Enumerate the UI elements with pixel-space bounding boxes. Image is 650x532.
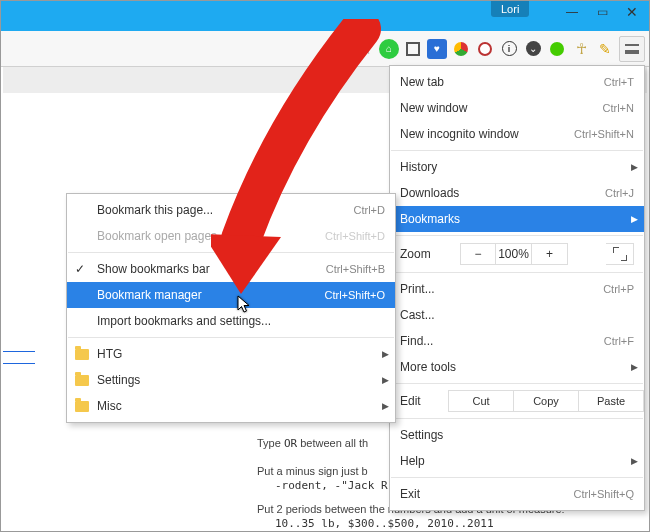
ankh-icon[interactable]: ☥ [571, 39, 591, 59]
main-menu: New tabCtrl+T New windowCtrl+N New incog… [389, 65, 645, 511]
info-icon[interactable]: i [499, 39, 519, 59]
zoom-in-button[interactable]: + [532, 243, 568, 265]
bookmark-star-icon[interactable]: ☆ [355, 39, 375, 59]
home-extension-icon[interactable]: ⌂ [379, 39, 399, 59]
extension-box-icon[interactable] [403, 39, 423, 59]
chrome-ball-icon[interactable] [451, 39, 471, 59]
window-titlebar: Lori — ▭ ✕ [1, 1, 649, 31]
submenu-folder-htg[interactable]: HTG ▶ [67, 341, 395, 367]
window-controls: — ▭ ✕ [557, 1, 647, 23]
submenu-arrow-icon: ▶ [382, 349, 389, 359]
submenu-item-bookmark-open-pages: Bookmark open pages... Ctrl+Shift+D [67, 223, 395, 249]
folder-icon [75, 401, 89, 412]
submenu-arrow-icon: ▶ [631, 456, 638, 466]
page-rule [3, 363, 35, 364]
page-rule [3, 351, 35, 352]
menu-separator [68, 252, 394, 253]
menu-item-new-window[interactable]: New windowCtrl+N [390, 95, 644, 121]
submenu-arrow-icon: ▶ [382, 401, 389, 411]
profile-badge[interactable]: Lori [491, 1, 529, 17]
submenu-item-import-bookmarks[interactable]: Import bookmarks and settings... [67, 308, 395, 334]
fullscreen-button[interactable] [606, 243, 634, 265]
menu-item-downloads[interactable]: DownloadsCtrl+J [390, 180, 644, 206]
edit-label: Edit [400, 394, 448, 408]
menu-item-new-tab[interactable]: New tabCtrl+T [390, 69, 644, 95]
menu-separator [391, 383, 643, 384]
menu-item-edit: Edit Cut Copy Paste [390, 387, 644, 415]
page-text: -rodent, -"Jack R [275, 479, 388, 492]
menu-item-print[interactable]: Print...Ctrl+P [390, 276, 644, 302]
submenu-folder-misc[interactable]: Misc ▶ [67, 393, 395, 419]
menu-item-incognito[interactable]: New incognito windowCtrl+Shift+N [390, 121, 644, 147]
cut-button[interactable]: Cut [448, 390, 514, 412]
submenu-item-bookmark-manager[interactable]: Bookmark manager Ctrl+Shift+O [67, 282, 395, 308]
menu-item-bookmarks[interactable]: Bookmarks▶ [390, 206, 644, 232]
shield-extension-icon[interactable]: ♥ [427, 39, 447, 59]
submenu-item-show-bookmarks-bar[interactable]: ✓ Show bookmarks bar Ctrl+Shift+B [67, 256, 395, 282]
menu-item-history[interactable]: History▶ [390, 154, 644, 180]
paste-button[interactable]: Paste [579, 390, 644, 412]
folder-icon [75, 375, 89, 386]
menu-item-find[interactable]: Find...Ctrl+F [390, 328, 644, 354]
page-text: Type OR between all th [257, 437, 368, 450]
menu-item-more-tools[interactable]: More tools▶ [390, 354, 644, 380]
menu-item-zoom: Zoom − 100% + [390, 239, 644, 269]
submenu-folder-settings[interactable]: Settings ▶ [67, 367, 395, 393]
menu-separator [391, 477, 643, 478]
menu-separator [391, 235, 643, 236]
pencil-icon[interactable]: ✎ [595, 39, 615, 59]
page-text: 10..35 lb, $300..$500, 2010..2011 [275, 517, 494, 530]
submenu-arrow-icon: ▶ [631, 362, 638, 372]
red-ring-icon[interactable] [475, 39, 495, 59]
folder-icon [75, 349, 89, 360]
zoom-value: 100% [496, 243, 532, 265]
green-dot-icon[interactable] [547, 39, 567, 59]
menu-item-cast[interactable]: Cast... [390, 302, 644, 328]
menu-separator [391, 272, 643, 273]
page-text: Put a minus sign just b [257, 465, 368, 477]
menu-item-settings[interactable]: Settings [390, 422, 644, 448]
browser-toolbar: ☆ ⌂ ♥ i ⌄ ☥ ✎ [1, 31, 649, 67]
bookmarks-submenu: Bookmark this page... Ctrl+D Bookmark op… [66, 193, 396, 423]
menu-item-exit[interactable]: ExitCtrl+Shift+Q [390, 481, 644, 507]
submenu-arrow-icon: ▶ [631, 162, 638, 172]
submenu-arrow-icon: ▶ [382, 375, 389, 385]
submenu-arrow-icon: ▶ [631, 214, 638, 224]
maximize-button[interactable]: ▭ [587, 1, 617, 23]
submenu-item-bookmark-this-page[interactable]: Bookmark this page... Ctrl+D [67, 197, 395, 223]
menu-separator [391, 418, 643, 419]
pocket-icon[interactable]: ⌄ [523, 39, 543, 59]
fullscreen-icon [613, 247, 627, 261]
menu-separator [391, 150, 643, 151]
minimize-button[interactable]: — [557, 1, 587, 23]
menu-separator [68, 337, 394, 338]
close-button[interactable]: ✕ [617, 1, 647, 23]
checkmark-icon: ✓ [75, 262, 85, 276]
zoom-out-button[interactable]: − [460, 243, 496, 265]
hamburger-menu-button[interactable] [619, 36, 645, 62]
menu-item-help[interactable]: Help▶ [390, 448, 644, 474]
copy-button[interactable]: Copy [514, 390, 579, 412]
zoom-label: Zoom [400, 247, 460, 261]
